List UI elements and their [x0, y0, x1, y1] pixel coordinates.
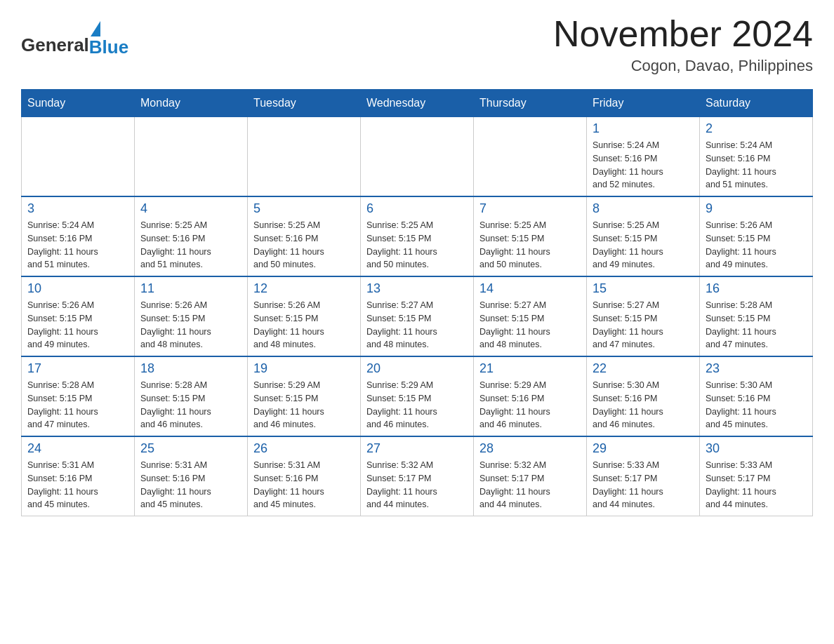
calendar-header-thursday: Thursday — [474, 90, 587, 117]
day-info: Sunrise: 5:31 AM Sunset: 5:16 PM Dayligh… — [140, 459, 241, 511]
calendar-cell: 4Sunrise: 5:25 AM Sunset: 5:16 PM Daylig… — [135, 196, 248, 276]
calendar-cell — [135, 117, 248, 197]
day-info: Sunrise: 5:29 AM Sunset: 5:15 PM Dayligh… — [253, 379, 355, 431]
calendar-cell: 29Sunrise: 5:33 AM Sunset: 5:17 PM Dayli… — [587, 436, 700, 516]
day-info: Sunrise: 5:33 AM Sunset: 5:17 PM Dayligh… — [706, 459, 807, 511]
page-header: General Blue November 2024 Cogon, Davao,… — [21, 14, 813, 75]
calendar-cell: 22Sunrise: 5:30 AM Sunset: 5:16 PM Dayli… — [587, 356, 700, 436]
day-info: Sunrise: 5:25 AM Sunset: 5:15 PM Dayligh… — [593, 219, 694, 271]
day-info: Sunrise: 5:27 AM Sunset: 5:15 PM Dayligh… — [479, 299, 581, 351]
day-info: Sunrise: 5:33 AM Sunset: 5:17 PM Dayligh… — [593, 459, 694, 511]
day-info: Sunrise: 5:28 AM Sunset: 5:15 PM Dayligh… — [27, 379, 128, 431]
calendar-header-row: SundayMondayTuesdayWednesdayThursdayFrid… — [22, 90, 813, 117]
day-info: Sunrise: 5:25 AM Sunset: 5:15 PM Dayligh… — [479, 219, 581, 271]
day-info: Sunrise: 5:26 AM Sunset: 5:15 PM Dayligh… — [140, 299, 241, 351]
calendar-cell — [248, 117, 361, 197]
day-number: 19 — [253, 361, 355, 376]
day-number: 16 — [706, 281, 807, 296]
day-info: Sunrise: 5:29 AM Sunset: 5:15 PM Dayligh… — [366, 379, 468, 431]
day-info: Sunrise: 5:27 AM Sunset: 5:15 PM Dayligh… — [593, 299, 694, 351]
day-number: 15 — [593, 281, 694, 296]
day-number: 6 — [366, 201, 468, 216]
day-number: 17 — [27, 361, 128, 376]
calendar-cell: 18Sunrise: 5:28 AM Sunset: 5:15 PM Dayli… — [135, 356, 248, 436]
calendar-cell: 24Sunrise: 5:31 AM Sunset: 5:16 PM Dayli… — [22, 436, 135, 516]
calendar-cell: 10Sunrise: 5:26 AM Sunset: 5:15 PM Dayli… — [22, 276, 135, 356]
day-number: 13 — [366, 281, 468, 296]
calendar-cell: 2Sunrise: 5:24 AM Sunset: 5:16 PM Daylig… — [700, 117, 813, 197]
day-info: Sunrise: 5:25 AM Sunset: 5:16 PM Dayligh… — [140, 219, 241, 271]
day-info: Sunrise: 5:32 AM Sunset: 5:17 PM Dayligh… — [479, 459, 581, 511]
calendar-cell: 13Sunrise: 5:27 AM Sunset: 5:15 PM Dayli… — [361, 276, 474, 356]
logo-blue-container: Blue — [89, 21, 128, 56]
day-info: Sunrise: 5:25 AM Sunset: 5:15 PM Dayligh… — [366, 219, 468, 271]
calendar-table: SundayMondayTuesdayWednesdayThursdayFrid… — [21, 89, 813, 516]
calendar-cell: 26Sunrise: 5:31 AM Sunset: 5:16 PM Dayli… — [248, 436, 361, 516]
day-number: 11 — [140, 281, 241, 296]
calendar-cell: 11Sunrise: 5:26 AM Sunset: 5:15 PM Dayli… — [135, 276, 248, 356]
day-number: 29 — [593, 441, 694, 456]
calendar-cell — [474, 117, 587, 197]
title-area: November 2024 Cogon, Davao, Philippines — [553, 14, 813, 75]
day-number: 1 — [593, 121, 694, 136]
day-info: Sunrise: 5:31 AM Sunset: 5:16 PM Dayligh… — [27, 459, 128, 511]
calendar-cell — [22, 117, 135, 197]
day-info: Sunrise: 5:27 AM Sunset: 5:15 PM Dayligh… — [366, 299, 468, 351]
logo-blue-text: Blue — [89, 38, 128, 56]
day-number: 8 — [593, 201, 694, 216]
calendar-cell — [361, 117, 474, 197]
day-number: 21 — [479, 361, 581, 376]
calendar-header-wednesday: Wednesday — [361, 90, 474, 117]
day-number: 27 — [366, 441, 468, 456]
day-number: 4 — [140, 201, 241, 216]
calendar-cell: 17Sunrise: 5:28 AM Sunset: 5:15 PM Dayli… — [22, 356, 135, 436]
day-number: 2 — [706, 121, 807, 136]
logo-general-text: General — [21, 34, 89, 56]
calendar-week-row: 24Sunrise: 5:31 AM Sunset: 5:16 PM Dayli… — [22, 436, 813, 516]
day-number: 3 — [27, 201, 128, 216]
calendar-header-friday: Friday — [587, 90, 700, 117]
day-number: 12 — [253, 281, 355, 296]
calendar-cell: 3Sunrise: 5:24 AM Sunset: 5:16 PM Daylig… — [22, 196, 135, 276]
calendar-cell: 12Sunrise: 5:26 AM Sunset: 5:15 PM Dayli… — [248, 276, 361, 356]
day-number: 22 — [593, 361, 694, 376]
logo: General Blue — [21, 21, 128, 56]
day-number: 7 — [479, 201, 581, 216]
calendar-cell: 16Sunrise: 5:28 AM Sunset: 5:15 PM Dayli… — [700, 276, 813, 356]
calendar-cell: 9Sunrise: 5:26 AM Sunset: 5:15 PM Daylig… — [700, 196, 813, 276]
calendar-cell: 21Sunrise: 5:29 AM Sunset: 5:16 PM Dayli… — [474, 356, 587, 436]
day-info: Sunrise: 5:28 AM Sunset: 5:15 PM Dayligh… — [140, 379, 241, 431]
calendar-week-row: 1Sunrise: 5:24 AM Sunset: 5:16 PM Daylig… — [22, 117, 813, 197]
calendar-cell: 7Sunrise: 5:25 AM Sunset: 5:15 PM Daylig… — [474, 196, 587, 276]
day-info: Sunrise: 5:26 AM Sunset: 5:15 PM Dayligh… — [27, 299, 128, 351]
calendar-cell: 25Sunrise: 5:31 AM Sunset: 5:16 PM Dayli… — [135, 436, 248, 516]
day-info: Sunrise: 5:28 AM Sunset: 5:15 PM Dayligh… — [706, 299, 807, 351]
calendar-week-row: 17Sunrise: 5:28 AM Sunset: 5:15 PM Dayli… — [22, 356, 813, 436]
calendar-week-row: 3Sunrise: 5:24 AM Sunset: 5:16 PM Daylig… — [22, 196, 813, 276]
logo-arrow-icon — [91, 21, 100, 36]
calendar-cell: 28Sunrise: 5:32 AM Sunset: 5:17 PM Dayli… — [474, 436, 587, 516]
day-number: 23 — [706, 361, 807, 376]
day-info: Sunrise: 5:32 AM Sunset: 5:17 PM Dayligh… — [366, 459, 468, 511]
day-info: Sunrise: 5:24 AM Sunset: 5:16 PM Dayligh… — [27, 219, 128, 271]
day-number: 14 — [479, 281, 581, 296]
day-number: 30 — [706, 441, 807, 456]
calendar-cell: 14Sunrise: 5:27 AM Sunset: 5:15 PM Dayli… — [474, 276, 587, 356]
month-title: November 2024 — [553, 14, 813, 54]
day-number: 18 — [140, 361, 241, 376]
calendar-cell: 8Sunrise: 5:25 AM Sunset: 5:15 PM Daylig… — [587, 196, 700, 276]
day-info: Sunrise: 5:26 AM Sunset: 5:15 PM Dayligh… — [706, 219, 807, 271]
day-info: Sunrise: 5:30 AM Sunset: 5:16 PM Dayligh… — [593, 379, 694, 431]
day-info: Sunrise: 5:26 AM Sunset: 5:15 PM Dayligh… — [253, 299, 355, 351]
day-number: 10 — [27, 281, 128, 296]
day-info: Sunrise: 5:30 AM Sunset: 5:16 PM Dayligh… — [706, 379, 807, 431]
calendar-cell: 6Sunrise: 5:25 AM Sunset: 5:15 PM Daylig… — [361, 196, 474, 276]
calendar-cell: 1Sunrise: 5:24 AM Sunset: 5:16 PM Daylig… — [587, 117, 700, 197]
location-title: Cogon, Davao, Philippines — [553, 57, 813, 75]
day-number: 24 — [27, 441, 128, 456]
calendar-cell: 23Sunrise: 5:30 AM Sunset: 5:16 PM Dayli… — [700, 356, 813, 436]
day-info: Sunrise: 5:31 AM Sunset: 5:16 PM Dayligh… — [253, 459, 355, 511]
calendar-header-saturday: Saturday — [700, 90, 813, 117]
calendar-cell: 19Sunrise: 5:29 AM Sunset: 5:15 PM Dayli… — [248, 356, 361, 436]
day-number: 25 — [140, 441, 241, 456]
